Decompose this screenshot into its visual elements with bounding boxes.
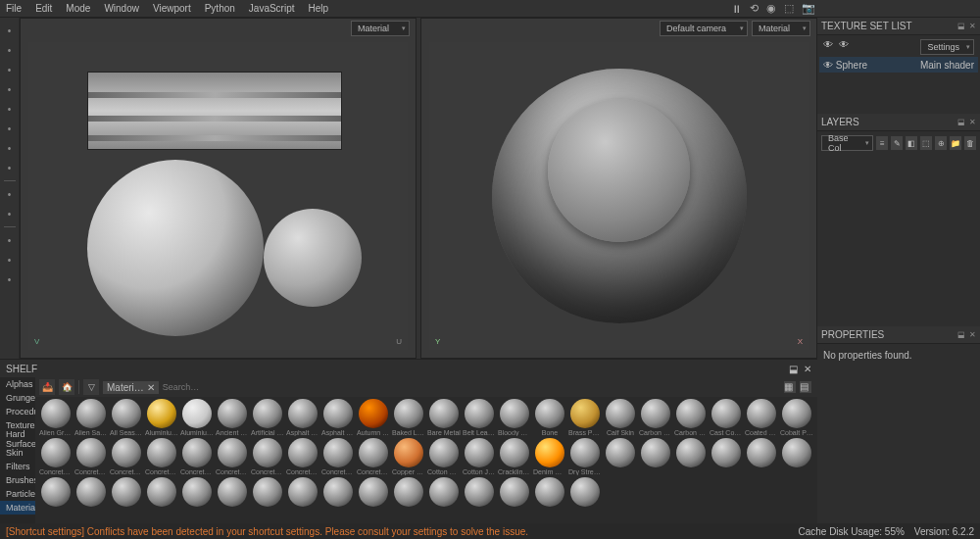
- material-thumb[interactable]: Artificial Lea…: [251, 399, 284, 436]
- eraser-tool-icon[interactable]: •: [3, 43, 17, 57]
- material-thumb[interactable]: Carbon Fib…: [674, 399, 708, 436]
- undock-icon[interactable]: ⬓: [957, 22, 965, 30]
- menu-help[interactable]: Help: [309, 3, 329, 14]
- undock-icon[interactable]: ⬓: [957, 330, 965, 339]
- bucket-tool-icon[interactable]: •: [3, 187, 17, 201]
- visibility-solo-icon[interactable]: 👁: [839, 39, 849, 55]
- material-thumb[interactable]: Calf Skin: [604, 399, 637, 436]
- layer-tool-6[interactable]: 🗑: [964, 136, 976, 150]
- viewport-2d-canvas[interactable]: V U: [28, 42, 408, 350]
- close-icon[interactable]: ✕: [969, 22, 976, 30]
- channel-dropdown[interactable]: Base Col: [821, 135, 873, 151]
- orbit-icon[interactable]: ⟲: [750, 2, 759, 15]
- material-thumb[interactable]: Cobalt Pure: [780, 399, 813, 436]
- shelf-cat-brushes[interactable]: Brushes: [0, 473, 35, 487]
- material-thumb[interactable]: Concrete La…: [145, 438, 178, 475]
- bake-tool-icon[interactable]: •: [3, 161, 17, 174]
- material-thumb[interactable]: Baked Light…: [392, 399, 425, 436]
- material-thumb[interactable]: Bloody Batt…: [498, 399, 531, 436]
- polyfill-tool-icon[interactable]: •: [3, 82, 17, 96]
- material-thumb[interactable]: [39, 477, 73, 508]
- shelf-cat-alphas[interactable]: Alphas: [0, 377, 35, 391]
- material-thumb[interactable]: [110, 477, 143, 508]
- pause-icon[interactable]: ⏸: [731, 3, 742, 15]
- menu-file[interactable]: File: [6, 3, 22, 14]
- menu-javascript[interactable]: JavaScript: [249, 3, 295, 14]
- visibility-all-icon[interactable]: 👁: [823, 39, 833, 55]
- material-thumb[interactable]: Cotton Can…: [427, 438, 461, 475]
- material-tool-icon[interactable]: •: [3, 141, 17, 155]
- material-thumb[interactable]: Cast Conc…: [710, 399, 743, 436]
- material-thumb[interactable]: Ancient Metal: [216, 399, 249, 436]
- material-thumb[interactable]: [568, 477, 602, 508]
- texture-set-row-sphere[interactable]: 👁 Sphere Main shader: [819, 57, 978, 73]
- quick-tool-icon[interactable]: •: [3, 253, 17, 267]
- material-thumb[interactable]: [74, 477, 108, 508]
- material-thumb[interactable]: Concrete Si…: [321, 438, 355, 475]
- texture-set-shader[interactable]: Main shader: [920, 60, 974, 71]
- material-thumb[interactable]: Aluminium…: [180, 399, 214, 436]
- home-icon[interactable]: 🏠: [59, 379, 74, 395]
- viewport-3d[interactable]: Default camera Material Y X: [420, 18, 817, 359]
- layer-tool-5[interactable]: 📁: [950, 136, 961, 150]
- layer-tool-3[interactable]: ⬚: [920, 136, 932, 150]
- material-thumb[interactable]: Concrete R…: [286, 438, 319, 475]
- material-thumb[interactable]: Dry Stream…: [568, 438, 602, 475]
- layer-tool-2[interactable]: ◧: [906, 136, 917, 150]
- close-icon[interactable]: ✕: [969, 330, 976, 339]
- undock-icon[interactable]: ⬓: [789, 364, 798, 374]
- material-thumb[interactable]: Belt Leather: [463, 399, 496, 436]
- filter-icon[interactable]: ▽: [83, 379, 99, 395]
- material-thumb[interactable]: Concrete B…: [39, 438, 73, 475]
- layer-tool-4[interactable]: ⊕: [935, 136, 947, 150]
- grid-large-icon[interactable]: ▤: [800, 381, 811, 393]
- material-thumb[interactable]: [639, 438, 672, 475]
- material-thumb[interactable]: Denim Rivet: [533, 438, 566, 475]
- close-icon[interactable]: ✕: [804, 364, 811, 374]
- material-thumb[interactable]: [604, 438, 637, 475]
- material-thumb[interactable]: Autumn Leaf: [357, 399, 390, 436]
- material-thumb[interactable]: [251, 477, 284, 508]
- menu-python[interactable]: Python: [205, 3, 235, 14]
- material-thumb[interactable]: Copper Pure: [392, 438, 425, 475]
- close-icon[interactable]: ✕: [969, 118, 976, 126]
- settings-tool-icon[interactable]: •: [3, 272, 17, 286]
- material-thumb[interactable]: Aluminium…: [145, 399, 178, 436]
- material-thumb[interactable]: Carbon Fiber: [639, 399, 672, 436]
- grid-small-icon[interactable]: ▦: [784, 381, 796, 393]
- material-thumb[interactable]: Concrete P…: [180, 438, 214, 475]
- undock-icon[interactable]: ⬓: [957, 118, 965, 126]
- material-thumb[interactable]: Crackling Li…: [498, 438, 531, 475]
- material-thumb[interactable]: Brass Pure: [568, 399, 602, 436]
- import-icon[interactable]: 📥: [39, 379, 55, 395]
- material-thumb[interactable]: Concrete Si…: [357, 438, 390, 475]
- material-dropdown-2d[interactable]: Material: [351, 21, 410, 36]
- shelf-cat-procedurals[interactable]: Procedurals: [0, 405, 35, 418]
- material-thumb[interactable]: Cotton Jea…: [463, 438, 496, 475]
- mesh-tool-icon[interactable]: •: [3, 233, 17, 247]
- material-thumb[interactable]: [392, 477, 425, 508]
- material-thumb[interactable]: [710, 438, 743, 475]
- menu-mode[interactable]: Mode: [66, 3, 90, 14]
- material-thumb[interactable]: Bone: [533, 399, 566, 436]
- search-input[interactable]: [163, 382, 813, 392]
- shelf-cat-hard-surfaces[interactable]: Hard Surfaces: [0, 432, 35, 446]
- iray-icon[interactable]: ◉: [766, 2, 776, 15]
- material-thumb[interactable]: Coated Metal: [745, 399, 778, 436]
- viewport-3d-canvas[interactable]: Y X: [429, 42, 808, 350]
- material-thumb[interactable]: [427, 477, 461, 508]
- material-thumb[interactable]: [780, 438, 813, 475]
- smudge-tool-icon[interactable]: •: [3, 102, 17, 116]
- material-thumb[interactable]: [286, 477, 319, 508]
- camera-icon[interactable]: 📷: [802, 2, 815, 15]
- material-thumb[interactable]: [498, 477, 531, 508]
- menu-viewport[interactable]: Viewport: [153, 3, 191, 14]
- projection-tool-icon[interactable]: •: [3, 63, 17, 76]
- material-thumb[interactable]: Concrete D…: [110, 438, 143, 475]
- persp-icon[interactable]: ⬚: [784, 2, 794, 15]
- material-thumb[interactable]: [180, 477, 214, 508]
- material-thumb[interactable]: Alien Grovi…: [39, 399, 73, 436]
- material-dropdown-3d[interactable]: Material: [752, 21, 810, 36]
- viewport-2d[interactable]: Material V U: [20, 18, 416, 359]
- material-thumb[interactable]: [533, 477, 566, 508]
